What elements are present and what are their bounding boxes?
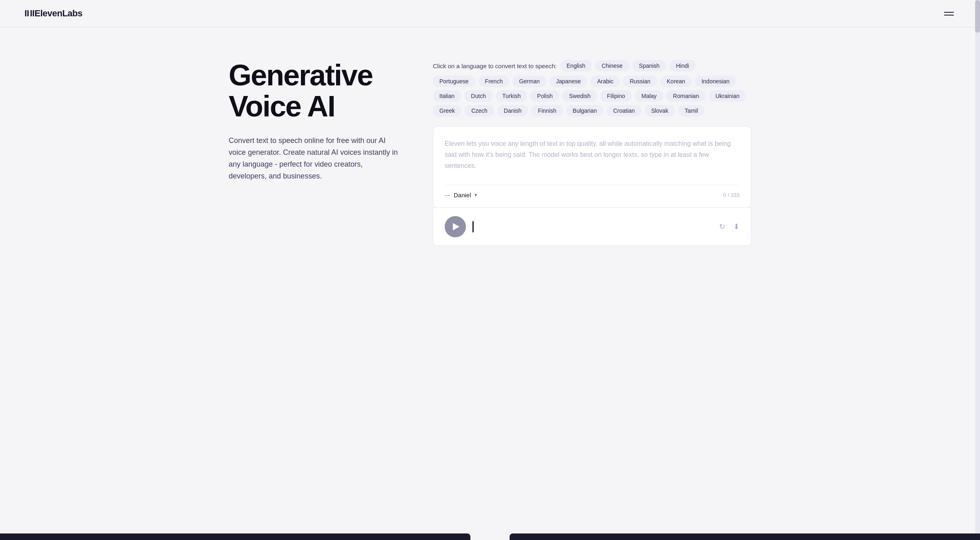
text-placeholder[interactable]: Eleven lets you voice any length of text… <box>445 138 739 172</box>
lang-tag-korean[interactable]: Korean <box>660 76 692 87</box>
lang-tag-italian[interactable]: Italian <box>433 90 461 102</box>
char-count: 0 / 333 <box>723 192 739 198</box>
languages-container: Portuguese French German Japanese Arabic… <box>433 76 751 116</box>
bottom-bar-right <box>510 533 980 540</box>
lang-tag-polish[interactable]: Polish <box>530 90 559 102</box>
lang-tag-german[interactable]: German <box>512 76 546 87</box>
scrollbar-thumb[interactable] <box>975 0 980 33</box>
download-icon[interactable]: ⬇ <box>733 222 739 231</box>
player-actions: ↻ ⬇ <box>719 222 739 231</box>
voice-name: Daniel <box>454 192 471 199</box>
lang-tag-japanese[interactable]: Japanese <box>550 76 588 87</box>
waveform-icon <box>472 221 474 232</box>
hero-title: Generative Voice AI <box>229 60 400 122</box>
lang-tag-russian[interactable]: Russian <box>623 76 657 87</box>
logo-bars-icon: II <box>24 8 29 19</box>
play-icon <box>453 223 459 230</box>
main-content: Generative Voice AI Convert text to spee… <box>204 27 776 270</box>
lang-tag-greek[interactable]: Greek <box>433 105 461 116</box>
logo: IIIIElevenLabs <box>24 8 82 19</box>
player-bar: ↻ ⬇ <box>433 208 751 246</box>
lang-tag-malay[interactable]: Malay <box>635 90 663 102</box>
lang-tag-french[interactable]: French <box>479 76 510 87</box>
lang-tag-croatian[interactable]: Croatian <box>607 105 641 116</box>
lang-tag-bulgarian[interactable]: Bulgarian <box>566 105 604 116</box>
bottom-bar-left <box>0 533 470 540</box>
voice-selector-row: — Daniel ▾ 0 / 333 <box>445 185 739 199</box>
header: IIIIElevenLabs <box>0 0 980 27</box>
scrollbar-track <box>975 0 980 540</box>
lang-tag-portuguese[interactable]: Portuguese <box>433 76 475 87</box>
lang-tag-czech[interactable]: Czech <box>465 105 494 116</box>
lang-tag-hindi[interactable]: Hindi <box>669 60 695 71</box>
menu-button[interactable] <box>942 10 956 17</box>
lang-tag-spanish[interactable]: Spanish <box>633 60 666 71</box>
lang-tag-indonesian[interactable]: Indonesian <box>695 76 736 87</box>
hero-description: Convert text to speech online for free w… <box>229 135 400 182</box>
lang-tag-finnish[interactable]: Finnish <box>531 105 563 116</box>
lang-tag-slovak[interactable]: Slovak <box>645 105 675 116</box>
lang-tag-dutch[interactable]: Dutch <box>464 90 492 102</box>
lang-tag-chinese[interactable]: Chinese <box>595 60 629 71</box>
lang-tag-arabic[interactable]: Arabic <box>590 76 620 87</box>
language-instruction-row: Click on a language to convert text to s… <box>433 60 751 71</box>
lang-tag-tamil[interactable]: Tamil <box>678 105 705 116</box>
hero-section: Generative Voice AI Convert text to spee… <box>229 60 400 182</box>
lang-tag-english[interactable]: English <box>560 60 592 71</box>
lang-tag-romanian[interactable]: Romanian <box>666 90 706 102</box>
lang-tag-ukrainian[interactable]: Ukrainian <box>709 90 746 102</box>
lang-tag-filipino[interactable]: Filipino <box>600 90 631 102</box>
language-instruction-text: Click on a language to convert text to s… <box>433 62 557 69</box>
reload-icon[interactable]: ↻ <box>719 222 725 231</box>
tts-section: Click on a language to convert text to s… <box>433 60 751 246</box>
menu-line-2 <box>944 15 954 16</box>
lang-tag-danish[interactable]: Danish <box>497 105 528 116</box>
text-area-container: Eleven lets you voice any length of text… <box>433 126 751 208</box>
lang-tag-turkish[interactable]: Turkish <box>496 90 527 102</box>
menu-line-1 <box>944 12 954 13</box>
chevron-down-icon: ▾ <box>474 192 477 198</box>
play-button[interactable] <box>445 216 466 237</box>
lang-tag-swedish[interactable]: Swedish <box>562 90 597 102</box>
voice-selector[interactable]: — Daniel ▾ <box>445 192 477 199</box>
voice-dash: — <box>445 192 450 198</box>
